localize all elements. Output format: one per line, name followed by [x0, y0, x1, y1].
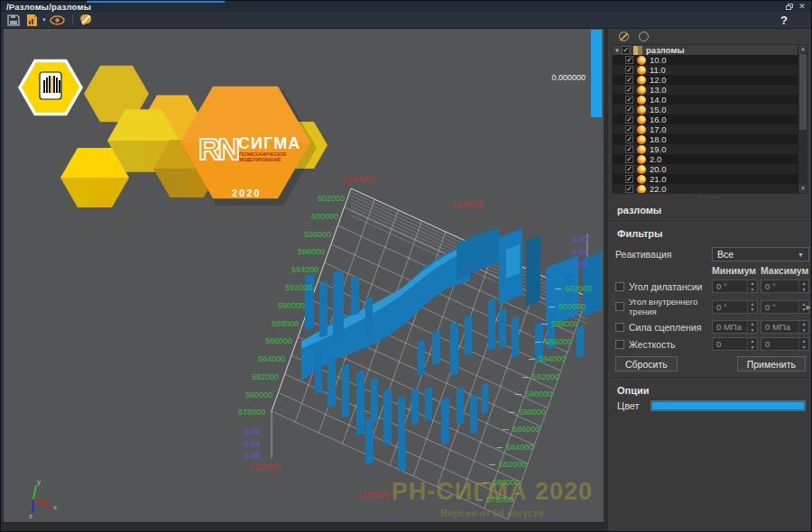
- checkbox-icon[interactable]: ✓: [625, 145, 633, 153]
- visibility-eye-icon[interactable]: [50, 14, 66, 27]
- tree-item[interactable]: ✓12.0: [613, 75, 807, 85]
- titlebar-accent: [87, 1, 225, 3]
- separator: [608, 378, 811, 380]
- triad-z-label: z: [29, 512, 32, 520]
- checkbox-icon[interactable]: [615, 282, 624, 291]
- panel-grip-icon[interactable]: ⋮⋮: [609, 295, 616, 304]
- reactivation-value: Все: [717, 249, 734, 260]
- min-spinbox[interactable]: 0 °▲▼: [712, 280, 758, 293]
- checkbox-icon[interactable]: ✓: [625, 76, 633, 84]
- tree-items: ✓10.0✓11.0✓12.0✓13.0✓14.0✓15.0✓16.0✓17.0…: [613, 55, 807, 194]
- min-spinbox[interactable]: 0 МПа▲▼: [712, 320, 758, 334]
- tree-item-label: 20.0: [650, 164, 667, 174]
- show-all-icon[interactable]: [619, 32, 629, 41]
- max-spinbox[interactable]: 0▲▼: [761, 337, 809, 351]
- filter-label: Жесткость: [629, 339, 676, 350]
- tree-item[interactable]: ✓2.0: [613, 154, 807, 164]
- checkbox-icon[interactable]: ✓: [625, 135, 633, 143]
- checkbox-icon[interactable]: ✓: [625, 185, 633, 193]
- checkbox-icon[interactable]: ✓: [625, 96, 633, 104]
- checkbox-icon[interactable]: ✓: [625, 155, 633, 163]
- scroll-down-icon[interactable]: ▼: [798, 185, 807, 193]
- export-dropdown-arrow-icon[interactable]: ▼: [42, 17, 47, 23]
- tree-item[interactable]: ✓14.0: [613, 95, 807, 105]
- tree-item[interactable]: ✓11.0: [613, 65, 807, 75]
- titlebar: /Разломы/разломы ✕: [1, 1, 811, 12]
- tree-item[interactable]: ✓19.0: [613, 144, 807, 154]
- save-icon[interactable]: [5, 14, 22, 27]
- options-title: Опции: [608, 382, 811, 399]
- float-window-icon[interactable]: [784, 2, 795, 11]
- filter-row: Жесткость 0▲▼ 0▲▼: [608, 337, 811, 351]
- checkbox-icon[interactable]: ✓: [625, 105, 633, 114]
- reactivation-row: Реактивация Все ▼: [608, 247, 811, 261]
- export-image-icon[interactable]: [23, 14, 40, 27]
- fault-icon: [637, 145, 646, 154]
- fault-icon: [637, 56, 646, 65]
- tree-item[interactable]: ✓16.0: [613, 115, 807, 124]
- fault-icon: [637, 66, 646, 75]
- min-spinbox[interactable]: 0▲▼: [712, 337, 758, 351]
- tree-root-label: разломы: [646, 45, 685, 55]
- tree-item[interactable]: ✓20.0: [613, 164, 807, 174]
- checkbox-icon[interactable]: ✓: [625, 56, 633, 64]
- paint-style-icon[interactable]: [78, 14, 94, 27]
- colorbar-value: 0.000000: [527, 73, 586, 82]
- tree-item[interactable]: ✓13.0: [613, 85, 807, 95]
- tree-item-label: 11.0: [650, 65, 666, 75]
- chevron-down-icon: ▼: [798, 252, 804, 258]
- object-label: разломы: [608, 202, 811, 218]
- max-spinbox[interactable]: 0 МПа▲▼: [761, 320, 809, 334]
- list-resize-grip[interactable]: ·····: [608, 194, 811, 202]
- tree-item[interactable]: ✓18.0: [613, 134, 807, 144]
- max-spinbox[interactable]: 0 °▲▼: [761, 300, 809, 314]
- tree-item-label: 16.0: [650, 115, 667, 124]
- tree-item-label: 2.0: [650, 154, 661, 164]
- close-icon[interactable]: ✕: [797, 2, 807, 11]
- tree-item[interactable]: ✓21.0: [613, 174, 807, 184]
- checkbox-icon[interactable]: ✓: [625, 175, 633, 183]
- fault-icon: [637, 165, 646, 174]
- color-row: Цвет: [608, 399, 811, 411]
- reset-button[interactable]: Сбросить: [615, 356, 678, 371]
- faults-tree: ▼ ✓ разломы ✓10.0✓11.0✓12.0✓13.0✓14.0✓15…: [612, 44, 807, 194]
- scrollbar-thumb[interactable]: [799, 54, 807, 130]
- reactivation-select[interactable]: Все ▼: [712, 247, 809, 261]
- fault-icon: [637, 155, 646, 164]
- fault-icon: [637, 115, 646, 124]
- app-window: /Разломы/разломы ✕ ▼ ? RNСИГМАГЕОМЕХАНИЧ…: [0, 0, 812, 532]
- tree-item[interactable]: ✓10.0: [613, 55, 807, 65]
- fault-icon: [637, 86, 646, 95]
- viewport-3d[interactable]: RNСИГМАГЕОМЕХАНИЧЕСКОЕМОДЕЛИРОВАНИЕ2020 …: [4, 29, 604, 522]
- checkbox-icon[interactable]: ✓: [622, 46, 630, 54]
- checkbox-icon[interactable]: ✓: [625, 125, 633, 133]
- help-button[interactable]: ?: [780, 14, 788, 27]
- checkbox-icon[interactable]: ✓: [625, 165, 633, 173]
- tree-root-row[interactable]: ▼ ✓ разломы: [613, 45, 807, 55]
- logo-rn-sigma: RNСИГМАГЕОМЕХАНИЧЕСКОЕМОДЕЛИРОВАНИЕ2020: [18, 60, 328, 207]
- checkbox-icon[interactable]: ✓: [625, 66, 633, 74]
- tree-item[interactable]: ✓17.0: [613, 124, 807, 134]
- scene-3d: RNСИГМАГЕОМЕХАНИЧЕСКОЕМОДЕЛИРОВАНИЕ2020 …: [4, 29, 604, 522]
- max-spinbox[interactable]: 0 °▲▼: [761, 280, 809, 293]
- checkbox-icon[interactable]: ✓: [625, 86, 633, 94]
- tree-scrollbar[interactable]: ▲ ▼: [798, 45, 807, 193]
- hide-all-icon[interactable]: [639, 32, 649, 41]
- min-spinbox[interactable]: 0 °▲▼: [712, 300, 758, 314]
- checkbox-icon[interactable]: [615, 323, 624, 332]
- scroll-up-icon[interactable]: ▲: [798, 45, 807, 53]
- filter-row: Угол дилатансии 0 °▲▼ 0 °▲▼: [608, 280, 811, 293]
- panel-collapse-icon[interactable]: ▶: [807, 304, 811, 311]
- color-swatch[interactable]: [651, 400, 806, 411]
- tree-item[interactable]: ✓22.0: [613, 184, 807, 194]
- checkbox-icon[interactable]: [615, 340, 624, 349]
- expand-icon[interactable]: ▼: [613, 48, 622, 53]
- checkbox-icon[interactable]: ✓: [625, 115, 633, 124]
- tree-item[interactable]: ✓15.0: [613, 105, 807, 115]
- apply-button[interactable]: Применить: [737, 356, 806, 371]
- filter-label: Угол дилатансии: [629, 281, 703, 292]
- fault-icon: [637, 96, 646, 105]
- tree-item-label: 12.0: [650, 75, 667, 85]
- checkbox-icon[interactable]: [615, 302, 624, 311]
- fault-icon: [637, 185, 646, 194]
